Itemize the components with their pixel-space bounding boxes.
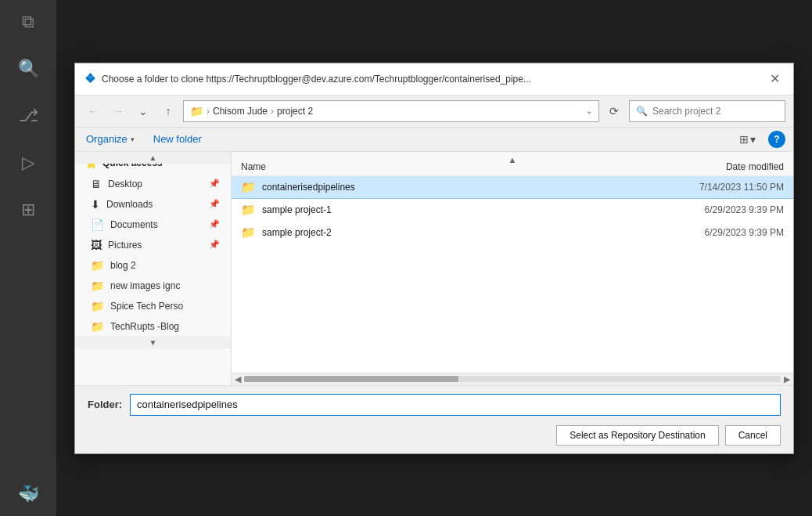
cancel-button[interactable]: Cancel (725, 425, 781, 446)
file-panel: ▲ Name Date modified 📁 containerisedpipe… (232, 152, 793, 385)
nav-scroll-down[interactable]: ▼ (75, 337, 231, 348)
file-name-1: sample project-1 (262, 204, 652, 215)
forward-button[interactable]: → (108, 101, 128, 121)
file-row-2[interactable]: 📁 sample project-2 6/29/2023 9:39 PM (232, 222, 793, 244)
refresh-button[interactable]: ⟳ (604, 101, 624, 121)
downloads-pin-icon: 📌 (209, 199, 220, 209)
docker-icon[interactable]: 🐳 (13, 478, 44, 510)
run-icon[interactable]: ▷ (13, 147, 44, 179)
nav-blog2-label: blog 2 (110, 260, 136, 271)
scroll-track[interactable] (244, 376, 781, 382)
search-box: 🔍 (629, 100, 785, 122)
documents-pin-icon: 📌 (209, 219, 220, 229)
file-date-2: 6/29/2023 9:39 PM (659, 227, 784, 238)
vscode-sidebar: ⧉ 🔍 ⎇ ▷ ⊞ 🐳 (0, 0, 56, 516)
dialog-actionbar: Organize ▾ New folder ⊞ ▾ ? (75, 128, 793, 152)
organize-label: Organize (86, 133, 128, 145)
nav-newimages-label: new images ignc (110, 280, 180, 291)
breadcrumb-part1: Chisom Jude (213, 106, 268, 117)
file-icon-0: 📁 (241, 180, 256, 194)
file-icon-1: 📁 (241, 203, 256, 217)
breadcrumb-bar: 📁 › Chisom Jude › project 2 ⌄ (183, 100, 599, 122)
organize-dropdown-arrow: ▾ (131, 135, 135, 143)
file-name-0: containerisedpipelines (262, 182, 652, 193)
col-date-header[interactable]: Date modified (659, 155, 784, 172)
nav-scroll-up[interactable]: ▲ (75, 152, 231, 164)
extensions-icon[interactable]: ⊞ (13, 194, 44, 226)
downloads-icon: ⬇ (91, 198, 100, 211)
back-button[interactable]: ← (83, 101, 103, 121)
dialog-nav-toolbar: ← → ⌄ ↑ 📁 › Chisom Jude › project 2 ⌄ ⟳ … (75, 96, 793, 128)
file-dialog: ❖ Choose a folder to clone https://Techr… (74, 63, 794, 454)
blog2-icon: 📁 (91, 259, 104, 272)
select-repository-button[interactable]: Select as Repository Destination (556, 425, 718, 446)
dialog-titlebar: ❖ Choose a folder to clone https://Techr… (75, 63, 793, 96)
breadcrumb-dropdown[interactable]: ⌄ (586, 106, 592, 115)
desktop-pin-icon: 📌 (209, 179, 220, 189)
file-date-0: 7/14/2023 11:50 PM (659, 182, 784, 193)
search-icon: 🔍 (636, 106, 648, 117)
breadcrumb-folder-icon: 📁 (190, 105, 203, 117)
nav-desktop-label: Desktop (108, 179, 142, 189)
desktop-icon: 🖥 (91, 178, 102, 190)
file-list: 📁 containerisedpipelines 7/14/2023 11:50… (232, 176, 793, 373)
dialog-body: ▲ ⭐ Quick access 🖥 Desktop 📌 ⬇ Downloads… (75, 152, 793, 385)
organize-button[interactable]: Organize ▾ (83, 132, 138, 146)
nav-pictures-label: Pictures (108, 240, 142, 251)
file-list-header: ▲ Name Date modified (232, 152, 793, 176)
scroll-right-arrow[interactable]: ▶ (784, 374, 790, 384)
breadcrumb-sep1: › (207, 106, 210, 117)
breadcrumb-sep2: › (271, 106, 274, 117)
nav-item-pictures[interactable]: 🖼 Pictures 📌 (75, 235, 231, 255)
nav-downloads-label: Downloads (106, 199, 153, 210)
sort-arrow[interactable]: ▲ (508, 155, 517, 164)
dialog-title: Choose a folder to clone https://Techrup… (102, 74, 759, 85)
folder-label: Folder: (88, 399, 122, 410)
breadcrumb-part2: project 2 (277, 106, 313, 117)
dropdown-button[interactable]: ⌄ (133, 101, 153, 121)
nav-documents-label: Documents (110, 219, 158, 230)
view-dropdown: ▾ (750, 133, 756, 146)
footer-buttons: Select as Repository Destination Cancel (88, 425, 781, 446)
folder-row: Folder: (88, 394, 781, 416)
file-row-0[interactable]: 📁 containerisedpipelines 7/14/2023 11:50… (232, 176, 793, 199)
view-icon: ⊞ (739, 133, 749, 146)
nav-panel: ▲ ⭐ Quick access 🖥 Desktop 📌 ⬇ Downloads… (75, 152, 232, 385)
nav-spicetech-label: Spice Tech Perso (110, 301, 183, 312)
search-input[interactable] (652, 106, 778, 117)
nav-item-desktop[interactable]: 🖥 Desktop 📌 (75, 174, 231, 194)
view-button[interactable]: ⊞ ▾ (739, 133, 756, 146)
new-folder-label: New folder (153, 133, 202, 145)
nav-item-blog2[interactable]: 📁 blog 2 (75, 255, 231, 276)
files-icon[interactable]: ⧉ (13, 6, 44, 38)
file-date-1: 6/29/2023 9:39 PM (659, 204, 784, 215)
scroll-left-arrow[interactable]: ◀ (235, 374, 241, 384)
file-icon-2: 📁 (241, 226, 256, 240)
file-name-2: sample project-2 (262, 227, 652, 238)
search-icon[interactable]: 🔍 (13, 53, 44, 85)
nav-item-downloads[interactable]: ⬇ Downloads 📌 (75, 194, 231, 215)
nav-item-newimages[interactable]: 📁 new images ignc (75, 276, 231, 296)
nav-item-documents[interactable]: 📄 Documents 📌 (75, 215, 231, 235)
dialog-close-button[interactable]: ✕ (765, 70, 784, 88)
vscode-logo: ❖ (84, 71, 95, 86)
pictures-icon: 🖼 (91, 239, 102, 251)
file-row-1[interactable]: 📁 sample project-1 6/29/2023 9:39 PM (232, 199, 793, 222)
folder-input[interactable] (130, 394, 781, 416)
nav-techrupts-label: TechRupts -Blog (110, 321, 179, 332)
horizontal-scrollbar: ◀ ▶ (232, 373, 793, 385)
main-content: ❖ Choose a folder to clone https://Techr… (56, 0, 812, 516)
documents-icon: 📄 (91, 218, 104, 231)
nav-item-techrupts[interactable]: 📁 TechRupts -Blog (75, 316, 231, 337)
help-button[interactable]: ? (768, 131, 785, 148)
spicetech-icon: 📁 (91, 300, 104, 312)
new-folder-button[interactable]: New folder (150, 132, 205, 146)
source-control-icon[interactable]: ⎇ (13, 100, 44, 132)
techrupts-icon: 📁 (91, 320, 104, 333)
pictures-pin-icon: 📌 (209, 240, 220, 250)
dialog-footer: Folder: Select as Repository Destination… (75, 385, 793, 453)
scroll-thumb (244, 376, 458, 382)
nav-item-spicetech[interactable]: 📁 Spice Tech Perso (75, 296, 231, 316)
col-name-header[interactable]: Name (241, 155, 659, 172)
up-button[interactable]: ↑ (158, 101, 178, 121)
